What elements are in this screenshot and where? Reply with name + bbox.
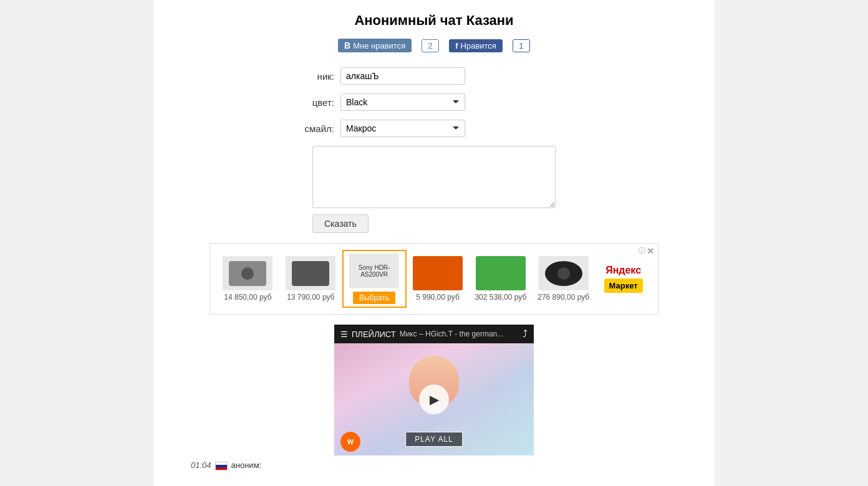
fb-like-label: Нравится: [461, 41, 496, 50]
message-container: Сказать: [312, 146, 612, 233]
ad-item-1-price: 14 850,00 руб: [224, 293, 271, 302]
ad-item-3: Sony HDR-AS200VR Выбрать: [342, 250, 407, 308]
ad-item-4: 5 990,00 руб: [407, 253, 470, 305]
chat-footer: 01:04 аноним:: [191, 455, 261, 475]
playlist-label: ПЛЕЙЛИСТ: [352, 330, 396, 339]
chat-time: 01:04: [191, 460, 211, 470]
message-input[interactable]: [312, 146, 556, 208]
yandex-market-logo[interactable]: Яндекс Маркет: [595, 265, 652, 293]
ad-item-5: 302 538,00 руб: [469, 253, 532, 305]
video-play-button[interactable]: ▶: [419, 384, 449, 414]
ad-info-icon[interactable]: ⓘ: [639, 246, 645, 255]
social-bar: В Мне нравится 2 f Нравится 1: [338, 39, 530, 52]
vk-like-button[interactable]: В Мне нравится: [338, 39, 412, 52]
ad-item-6-price: 276 890,00 руб: [538, 293, 589, 302]
ad-close-icon[interactable]: ✕: [647, 246, 654, 256]
submit-button[interactable]: Сказать: [312, 214, 369, 233]
nick-row: ник:: [284, 67, 584, 85]
ad-item-5-image: [476, 256, 526, 290]
color-label: цвет:: [284, 97, 334, 108]
video-thumbnail[interactable]: ▶ W PLAY ALL: [334, 343, 534, 455]
emoji-label: смайл:: [284, 123, 334, 134]
nick-label: ник:: [284, 71, 334, 82]
playlist-icon: ☰: [340, 330, 348, 339]
ad-item-1-image: [223, 256, 272, 290]
play-all-button[interactable]: PLAY ALL: [405, 432, 463, 447]
market-badge: Маркет: [604, 279, 643, 293]
fb-count: 1: [513, 39, 530, 52]
chat-username: аноним:: [231, 460, 262, 470]
fb-icon: f: [455, 41, 458, 50]
track-title: Микс – HGich.T - the german...: [400, 330, 504, 338]
nick-input[interactable]: [340, 67, 465, 85]
ad-item-3-button[interactable]: Выбрать: [353, 292, 395, 304]
ad-item-6: 276 890,00 руб: [532, 253, 595, 305]
video-header-left: ☰ ПЛЕЙЛИСТ Микс – HGich.T - the german..…: [340, 330, 503, 339]
vk-icon: В: [344, 40, 350, 50]
warner-badge: W: [340, 432, 360, 452]
page-title: Анонимный чат Казани: [354, 12, 513, 29]
ad-item-3-image: Sony HDR-AS200VR: [349, 254, 399, 288]
ad-item-5-price: 302 538,00 руб: [475, 293, 526, 302]
ad-banner: ⓘ ✕ 14 850,00 руб 13 790,00 руб Sony HDR…: [210, 243, 658, 315]
ad-item-2-image: [286, 256, 335, 290]
video-header: ☰ ПЛЕЙЛИСТ Микс – HGich.T - the german..…: [334, 325, 534, 343]
video-section: ☰ ПЛЕЙЛИСТ Микс – HGich.T - the german..…: [334, 325, 534, 455]
chat-form: ник: цвет: Black Red Blue Green Orange P…: [256, 67, 612, 233]
ad-item-1: 14 850,00 руб: [216, 253, 279, 305]
color-row: цвет: Black Red Blue Green Orange Purple: [284, 93, 584, 111]
ad-item-4-price: 5 990,00 руб: [416, 293, 460, 302]
vk-count: 2: [422, 39, 439, 52]
ad-item-2-price: 13 790,00 руб: [287, 293, 334, 302]
ad-item-4-image: [413, 256, 463, 290]
vk-like-label: Мне нравится: [353, 41, 405, 50]
ad-item-2: 13 790,00 руб: [279, 253, 342, 305]
share-icon[interactable]: ⤴: [523, 328, 528, 340]
emoji-row: смайл: Макрос Смайл1 Смайл2: [284, 120, 584, 137]
emoji-select[interactable]: Макрос Смайл1 Смайл2: [340, 120, 465, 137]
fb-like-button[interactable]: f Нравится: [449, 39, 503, 52]
color-select[interactable]: Black Red Blue Green Orange Purple: [340, 93, 465, 111]
ad-item-3-name: Sony HDR-AS200VR: [350, 264, 398, 278]
russia-flag: [215, 460, 228, 470]
ad-item-6-image: [539, 256, 589, 290]
yandex-text: Яндекс: [605, 265, 641, 276]
